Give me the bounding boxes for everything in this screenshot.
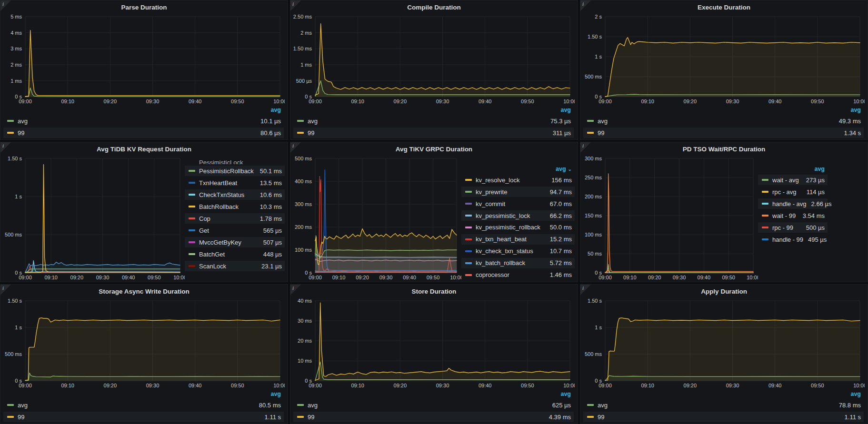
chart-canvas[interactable]: 09:0009:1009:2009:3009:4009:5010:00300 m… (582, 155, 758, 281)
series-color-swatch[interactable] (465, 274, 472, 276)
legend-series-label[interactable]: 99 (18, 129, 24, 137)
legend-series-label[interactable]: Cop (199, 215, 210, 222)
series-color-swatch[interactable] (189, 253, 195, 255)
legend-series-label[interactable]: ScanLock (199, 263, 226, 270)
panel-title[interactable]: Parse Duration (0, 0, 288, 12)
series-color-swatch[interactable] (465, 262, 472, 264)
legend-series-label[interactable]: kv_batch_rollback (476, 259, 525, 266)
chart-canvas[interactable]: 09:0009:1009:2009:3009:4009:5010:001.50 … (582, 297, 865, 389)
series-color-swatch[interactable] (587, 404, 594, 406)
legend-series-label[interactable]: PessimisticLock (199, 159, 243, 164)
legend-series-label[interactable]: 99 (598, 414, 604, 421)
chart-canvas[interactable]: 09:0009:1009:2009:3009:4009:5010:0040 ms… (292, 297, 575, 389)
panel-title[interactable]: Storage Async Write Duration (0, 285, 288, 296)
series-color-swatch[interactable] (465, 250, 472, 252)
legend-series-label[interactable]: avg (18, 402, 28, 409)
series-color-swatch[interactable] (189, 182, 195, 184)
series-color-swatch[interactable] (189, 194, 195, 196)
panel-title[interactable]: PD TSO Wait/RPC Duration (580, 142, 868, 154)
legend-series-label[interactable]: Get (199, 227, 209, 234)
series-color-swatch[interactable] (465, 203, 472, 205)
series-color-swatch[interactable] (465, 227, 472, 228)
series-color-swatch[interactable] (7, 120, 14, 122)
panel-title[interactable]: Avg TiDB KV Request Duration (0, 142, 288, 154)
legend-series-label[interactable]: kv_commit (476, 200, 505, 207)
panel-title[interactable]: Apply Duration (580, 285, 868, 296)
series-color-swatch[interactable] (189, 229, 195, 231)
panel-info-corner[interactable]: i (0, 142, 11, 153)
legend-series-label[interactable]: BatchGet (199, 251, 225, 258)
legend-series-label[interactable]: kv_check_txn_status (476, 247, 533, 255)
legend-series-label[interactable]: TxnHeartBeat (199, 179, 237, 187)
panel-info-corner[interactable]: i (580, 285, 591, 295)
panel-info-corner[interactable]: i (0, 285, 11, 295)
legend-avg-column-header[interactable]: avg (583, 105, 864, 116)
legend-series-label[interactable]: kv_pessimistic_rollback (476, 224, 540, 231)
legend-series-label[interactable]: coprocessor (476, 271, 509, 278)
chart-canvas[interactable]: 09:0009:1009:2009:3009:4009:5010:005 ms4… (2, 13, 285, 105)
legend-series-label[interactable]: avg (308, 402, 318, 409)
series-color-swatch[interactable] (587, 132, 594, 134)
series-color-swatch[interactable] (762, 203, 768, 205)
series-color-swatch[interactable] (465, 238, 472, 240)
series-color-swatch[interactable] (587, 120, 594, 122)
panel-info-corner[interactable]: i (290, 142, 301, 153)
legend-series-label[interactable]: 99 (18, 414, 24, 421)
panel-info-corner[interactable]: i (580, 0, 591, 11)
panel-info-corner[interactable]: i (290, 285, 301, 295)
panel-info-corner[interactable]: i (0, 0, 11, 11)
series-color-swatch[interactable] (189, 265, 195, 267)
series-color-swatch[interactable] (189, 206, 195, 207)
legend-avg-column-header[interactable]: avg (758, 164, 828, 175)
series-color-swatch[interactable] (465, 191, 472, 193)
legend-series-label[interactable]: kv_pessimistic_lock (476, 212, 530, 219)
series-color-swatch[interactable] (7, 404, 14, 406)
legend-avg-column-header[interactable]: avg (3, 389, 284, 400)
series-color-swatch[interactable] (762, 179, 768, 181)
legend-series-label[interactable]: avg (308, 118, 318, 125)
legend-series-label[interactable]: BatchRollback (199, 203, 239, 210)
panel-title[interactable]: Store Duration (290, 285, 578, 296)
panel-title[interactable]: Execute Duration (580, 0, 868, 12)
legend-series-label[interactable]: wait - avg (772, 177, 799, 184)
legend-series-label[interactable]: kv_prewrite (476, 188, 507, 196)
series-color-swatch[interactable] (189, 217, 195, 219)
series-color-swatch[interactable] (587, 416, 594, 418)
legend-series-label[interactable]: avg (598, 402, 608, 409)
legend-series-label[interactable]: CheckTxnStatus (199, 191, 244, 198)
legend-avg-column-header[interactable]: avg (293, 105, 574, 116)
chart-canvas[interactable]: 09:0009:1009:2009:3009:4009:5010:002 s1.… (582, 13, 865, 105)
series-color-swatch[interactable] (297, 416, 304, 418)
legend-series-label[interactable]: handle - 99 (772, 236, 803, 243)
series-color-swatch[interactable] (762, 191, 768, 193)
legend-avg-column-header[interactable]: avg⌄ (461, 164, 575, 175)
series-color-swatch[interactable] (762, 215, 768, 217)
series-color-swatch[interactable] (465, 215, 472, 217)
series-color-swatch[interactable] (189, 241, 195, 243)
legend-series-label[interactable]: kv_txn_heart_beat (476, 236, 527, 243)
legend-series-label[interactable]: 99 (598, 129, 604, 137)
chart-canvas[interactable]: 09:0009:1009:2009:3009:4009:5010:001.50 … (2, 155, 185, 281)
legend-series-label[interactable]: rpc - avg (772, 188, 797, 196)
panel-title[interactable]: Compile Duration (290, 0, 578, 12)
chart-canvas[interactable]: 09:0009:1009:2009:3009:4009:5010:001.50 … (2, 297, 285, 389)
legend-series-label[interactable]: rpc - 99 (772, 224, 793, 231)
chart-canvas[interactable]: 09:0009:1009:2009:3009:4009:5010:002.50 … (292, 13, 575, 105)
legend-series-label[interactable]: avg (598, 118, 608, 125)
legend-avg-column-header[interactable]: avg (583, 389, 864, 400)
legend-series-label[interactable]: kv_resolve_lock (476, 177, 520, 184)
legend-avg-column-header[interactable]: avg (3, 105, 284, 116)
legend-series-label[interactable]: avg (18, 118, 28, 125)
series-color-swatch[interactable] (465, 179, 472, 181)
legend-series-label[interactable]: 99 (308, 414, 314, 421)
series-color-swatch[interactable] (762, 238, 768, 240)
series-color-swatch[interactable] (762, 227, 768, 228)
series-color-swatch[interactable] (297, 404, 304, 406)
legend-series-label[interactable]: PessimisticRollback (199, 168, 254, 175)
series-color-swatch[interactable] (7, 416, 14, 418)
legend-series-label[interactable]: MvccGetByKey (199, 239, 241, 246)
panel-info-corner[interactable]: i (580, 142, 591, 153)
series-color-swatch[interactable] (297, 120, 304, 122)
legend-series-label[interactable]: handle - avg (772, 200, 807, 207)
series-color-swatch[interactable] (7, 132, 14, 134)
